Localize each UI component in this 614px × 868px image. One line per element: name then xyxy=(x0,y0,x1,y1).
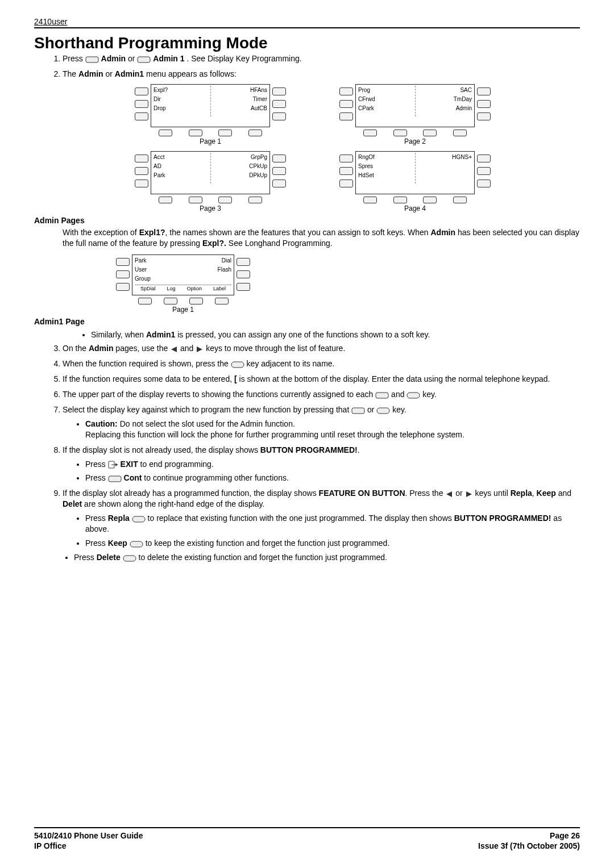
softkey-icon xyxy=(363,130,377,136)
softkey-icon xyxy=(215,298,229,304)
svg-marker-13 xyxy=(446,491,452,497)
softkey-icon xyxy=(159,197,172,203)
softkey-icon xyxy=(189,197,202,203)
svg-marker-14 xyxy=(466,491,472,497)
step-8-sub2: Press Cont to continue programming other… xyxy=(85,473,580,483)
softkey-icon xyxy=(453,130,467,136)
oval-key-icon xyxy=(376,407,390,414)
phone-button-icon xyxy=(477,167,491,175)
step-6: The upper part of the display reverts to… xyxy=(63,389,580,400)
phone-button-icon xyxy=(135,180,148,187)
svg-rect-5 xyxy=(376,393,388,398)
oval-button-icon xyxy=(85,56,99,63)
oval-key-icon xyxy=(130,541,143,548)
step-4: When the function required is shown, pre… xyxy=(63,358,580,369)
admin-pages-label: Admin Pages xyxy=(34,216,580,225)
softkey-icon xyxy=(423,197,437,203)
softkey-icon xyxy=(189,130,202,136)
phone-button-icon xyxy=(339,155,353,162)
svg-rect-0 xyxy=(86,57,98,62)
softkey-icon xyxy=(393,130,407,136)
right-arrow-icon xyxy=(196,346,204,353)
svg-rect-12 xyxy=(109,476,121,482)
phone-button-icon xyxy=(237,258,250,266)
phone-button-icon xyxy=(339,100,353,108)
step-9: If the display slot already has a progra… xyxy=(63,488,580,562)
oval-button-icon xyxy=(351,407,365,414)
phone-button-icon xyxy=(272,167,286,175)
phone-button-icon xyxy=(339,167,353,175)
phone-button-icon xyxy=(135,112,148,120)
svg-marker-3 xyxy=(197,347,202,352)
step-1: Press Admin or Admin 1 . See Display Key… xyxy=(63,53,580,64)
page-footer: 5410/2410 Phone User Guide IP Office Pag… xyxy=(34,827,580,851)
admin1-page-diagram: Park User Group Dial Flash SpDial xyxy=(114,254,580,314)
softkey-icon xyxy=(363,197,377,203)
svg-rect-1 xyxy=(138,57,150,62)
phone-button-icon xyxy=(116,270,130,278)
oval-button-icon xyxy=(375,392,389,399)
oval-button-icon xyxy=(137,56,151,63)
right-arrow-icon xyxy=(465,491,473,498)
phone-button-icon xyxy=(477,100,491,108)
phone-button-icon xyxy=(135,87,148,95)
phone-button-icon xyxy=(116,283,130,291)
step-9-sub3: Press Delete to delete the existing func… xyxy=(74,552,580,563)
step-8: If the display slot is not already used,… xyxy=(63,445,580,484)
softkey-icon xyxy=(218,197,232,203)
softkey-icon xyxy=(159,130,172,136)
svg-rect-7 xyxy=(352,408,364,414)
oval-key-icon xyxy=(132,516,146,523)
svg-rect-6 xyxy=(407,393,420,398)
phone-button-icon xyxy=(272,155,286,162)
step-3: On the Admin pages, use the and keys to … xyxy=(63,343,580,354)
left-arrow-icon xyxy=(170,346,178,353)
phone-button-icon xyxy=(339,112,353,120)
phone-button-icon xyxy=(272,180,286,187)
svg-marker-2 xyxy=(171,347,177,352)
phone-button-icon xyxy=(135,100,148,108)
svg-rect-15 xyxy=(132,516,145,522)
phone-button-icon xyxy=(477,180,491,187)
admin-pages-text: With the exception of Expl1?, the names … xyxy=(63,227,580,249)
oval-button-icon xyxy=(108,475,122,482)
admin1-page-label: Admin1 Page xyxy=(34,317,580,326)
softkey-icon xyxy=(453,197,467,203)
softkey-icon xyxy=(248,130,262,136)
admin1-bullet: Similarly, when Admin1 is pressed, you c… xyxy=(91,329,580,340)
step-7: Select the display key against which to … xyxy=(63,404,580,440)
page-title: Shorthand Programming Mode xyxy=(34,34,580,52)
svg-rect-17 xyxy=(123,556,136,561)
softkey-icon xyxy=(218,130,232,136)
phone-button-icon xyxy=(135,155,148,162)
header-text: 2410user xyxy=(34,17,67,26)
oval-key-icon xyxy=(231,361,244,368)
oval-key-icon xyxy=(123,555,136,562)
phone-button-icon xyxy=(237,283,250,291)
softkey-icon xyxy=(248,197,262,203)
svg-rect-16 xyxy=(130,541,143,547)
phone-button-icon xyxy=(339,87,353,95)
admin-pages-diagram: Expl?DirDropHFAnsTimerAutCBPage 1 ProgCF… xyxy=(114,84,512,212)
softkey-icon xyxy=(393,197,407,203)
phone-button-icon xyxy=(116,258,130,266)
exit-phone-icon xyxy=(108,461,118,469)
phone-button-icon xyxy=(237,270,250,278)
step-7-caution: Caution: Do not select the slot used for… xyxy=(85,419,580,440)
phone-button-icon xyxy=(272,87,286,95)
left-arrow-icon xyxy=(445,491,453,498)
phone-button-icon xyxy=(477,87,491,95)
step-8-sub1: Press EXIT to end programming. xyxy=(85,459,580,470)
step-9-sub1: Press Repla to replace that existing fun… xyxy=(85,513,580,535)
phone-button-icon xyxy=(339,180,353,187)
phone-button-icon xyxy=(135,167,148,175)
step-2: The Admin or Admin1 menu appears as foll… xyxy=(63,69,580,80)
step-9-sub2: Press Keep to keep the existing function… xyxy=(85,538,580,549)
step-5: If the function requires some data to be… xyxy=(63,374,580,385)
svg-marker-11 xyxy=(115,463,118,466)
softkey-icon xyxy=(164,298,177,304)
phone-button-icon xyxy=(477,112,491,120)
phone-button-icon xyxy=(477,155,491,162)
softkey-icon xyxy=(423,130,437,136)
phone-button-icon xyxy=(272,112,286,120)
